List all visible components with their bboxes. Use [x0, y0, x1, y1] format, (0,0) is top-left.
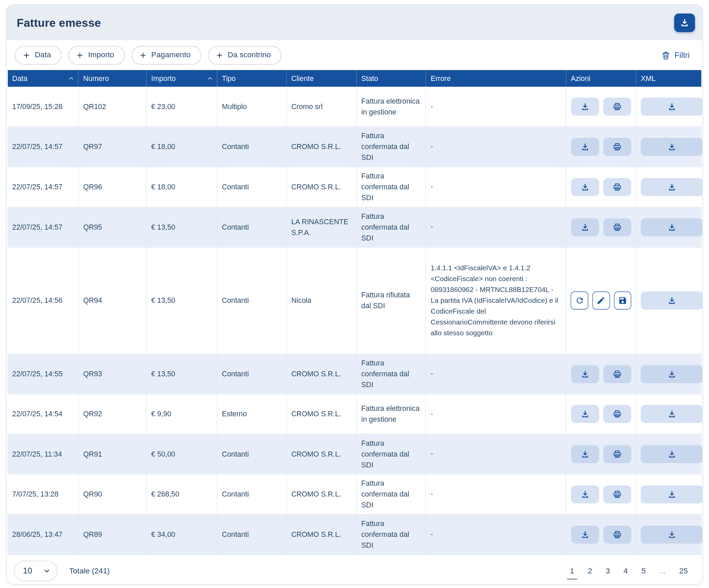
download-icon — [581, 490, 590, 499]
print-action-button[interactable] — [603, 405, 631, 423]
xml-download-button[interactable] — [641, 178, 703, 196]
download-icon — [581, 223, 590, 232]
column-header-data[interactable]: Data — [8, 70, 79, 87]
cell-numero: QR97 — [78, 127, 146, 167]
print-action-button[interactable] — [603, 178, 631, 196]
cell-importo: € 18,00 — [146, 167, 217, 207]
download-action-button[interactable] — [571, 178, 599, 196]
sort-ascending-icon[interactable] — [68, 75, 75, 82]
table-footer: 10 Totale (241) 12345...25 — [7, 555, 702, 585]
download-icon — [581, 449, 590, 459]
cell-azioni — [566, 514, 636, 554]
download-action-button[interactable] — [571, 445, 599, 463]
xml-download-button[interactable] — [641, 405, 703, 423]
download-action-button[interactable] — [571, 405, 599, 423]
cell-stato: Fattura confermata dal SDI — [357, 434, 426, 474]
xml-download-button[interactable] — [641, 445, 703, 463]
cell-xml — [636, 207, 701, 247]
pagination-page-5[interactable]: 5 — [641, 566, 647, 575]
cell-tipo: Esterno — [217, 394, 287, 434]
download-action-button[interactable] — [571, 98, 599, 115]
pagination-page-4[interactable]: 4 — [623, 566, 629, 575]
download-action-button[interactable] — [571, 485, 599, 503]
xml-download-button[interactable] — [641, 525, 703, 543]
filter-chip-da-scontrino[interactable]: Da scontrino — [208, 46, 281, 64]
column-header-cliente: Cliente — [286, 70, 357, 87]
xml-download-button[interactable] — [641, 98, 703, 115]
cell-azioni — [566, 87, 636, 126]
cell-importo: € 18,00 — [146, 127, 217, 167]
cell-data: 22/07/25, 14:56 — [8, 247, 79, 354]
cell-data: 22/07/25, 14:57 — [8, 207, 79, 247]
filter-chip-importo[interactable]: Importo — [68, 46, 124, 64]
print-action-button[interactable] — [603, 485, 631, 503]
sort-ascending-icon[interactable] — [206, 75, 213, 82]
cell-numero: QR94 — [78, 247, 146, 354]
plus-icon — [216, 51, 223, 59]
cell-cliente: LA RINASCENTE S.P.A. — [286, 207, 357, 247]
download-all-button[interactable] — [674, 13, 695, 32]
save-icon — [618, 296, 627, 305]
print-action-button[interactable] — [603, 525, 631, 543]
pagination-page-25[interactable]: 25 — [678, 566, 689, 575]
column-header-tipo: Tipo — [217, 70, 287, 87]
column-header-errore: Errore — [426, 70, 566, 87]
clear-filters-button[interactable]: Filtri — [659, 50, 692, 60]
cell-azioni — [566, 394, 636, 434]
filter-chip-pagamento[interactable]: Pagamento — [131, 46, 201, 64]
cell-azioni — [566, 207, 636, 247]
pagination-page-2[interactable]: 2 — [587, 566, 593, 575]
xml-download-button[interactable] — [641, 365, 703, 383]
edit-action-button[interactable] — [592, 292, 610, 310]
print-action-button[interactable] — [603, 445, 631, 463]
print-action-button[interactable] — [603, 365, 631, 383]
print-action-button[interactable] — [603, 218, 631, 236]
cell-stato: Fattura confermata dal SDI — [357, 207, 426, 247]
column-label: Errore — [431, 74, 451, 82]
cell-azioni — [566, 434, 636, 474]
cell-cliente: CROMO S.R.L. — [286, 514, 357, 554]
download-action-button[interactable] — [571, 525, 599, 543]
download-action-button[interactable] — [571, 218, 599, 236]
cell-numero: QR96 — [78, 167, 146, 207]
cell-azioni — [566, 127, 636, 167]
download-icon — [581, 142, 590, 151]
xml-download-button[interactable] — [641, 218, 703, 236]
cell-data: 22/07/25, 14:57 — [8, 167, 79, 207]
cell-errore: - — [426, 207, 566, 247]
pagination-page-1[interactable]: 1 — [569, 566, 575, 575]
cell-cliente: Nicola — [286, 247, 357, 354]
cell-tipo: Contanti — [217, 127, 287, 167]
cell-xml — [636, 247, 701, 354]
download-icon — [668, 490, 677, 499]
page-size-select[interactable]: 10 — [14, 561, 57, 581]
pagination-page-3[interactable]: 3 — [605, 566, 611, 575]
cell-xml — [636, 127, 701, 167]
download-action-button[interactable] — [571, 138, 599, 155]
filter-chip-label: Da scontrino — [228, 50, 271, 60]
download-icon — [668, 102, 677, 111]
print-action-button[interactable] — [603, 138, 631, 155]
resend-action-button[interactable] — [571, 292, 588, 310]
download-icon — [581, 530, 590, 539]
cell-xml — [636, 434, 701, 474]
save-action-button[interactable] — [614, 292, 631, 310]
xml-download-button[interactable] — [641, 485, 703, 503]
cell-errore: - — [426, 354, 566, 394]
invoice-row-qr90: 7/07/25, 13:28QR90€ 268,50ContantiCROMO … — [8, 474, 702, 514]
download-icon — [581, 102, 590, 111]
xml-download-button[interactable] — [641, 292, 703, 310]
cell-numero: QR90 — [78, 474, 146, 514]
pagination-ellipsis: ... — [658, 566, 666, 575]
cell-stato: Fattura confermata dal SDI — [357, 127, 426, 167]
download-icon — [668, 410, 677, 419]
column-header-importo[interactable]: Importo — [146, 70, 217, 87]
print-action-button[interactable] — [603, 98, 631, 115]
download-action-button[interactable] — [571, 365, 599, 383]
download-icon — [668, 296, 677, 305]
cell-errore: - — [426, 474, 566, 514]
cell-stato: Fattura elettronica in gestione — [357, 394, 426, 434]
xml-download-button[interactable] — [641, 138, 703, 155]
cell-errore: - — [426, 127, 566, 167]
filter-chip-data[interactable]: Data — [15, 46, 61, 64]
